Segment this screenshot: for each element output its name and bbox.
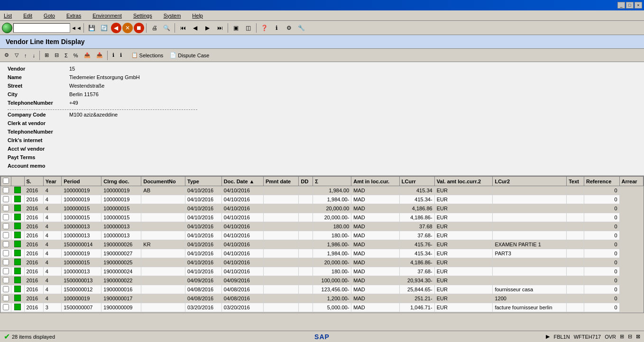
row-checkbox-cell[interactable] xyxy=(1,222,11,231)
nav-prev-icon[interactable]: ◄◄ xyxy=(71,25,82,31)
menu-environment[interactable]: Environment xyxy=(91,12,124,19)
minimize-button[interactable]: _ xyxy=(617,2,625,9)
select-all-checkbox[interactable] xyxy=(3,178,9,184)
layout2-icon[interactable]: ◫ xyxy=(243,22,254,34)
row-checkbox-cell[interactable] xyxy=(1,312,11,314)
sort-desc-icon[interactable]: ↓ xyxy=(30,50,38,61)
table-row[interactable]: 201641500000012190000001604/08/201604/08… xyxy=(1,285,644,294)
maximize-button[interactable]: □ xyxy=(626,2,634,9)
row-checkbox[interactable] xyxy=(3,214,9,220)
help-icon[interactable]: ❓ xyxy=(259,22,270,34)
import-icon[interactable]: 📥 xyxy=(94,50,105,61)
col-header-dd[interactable]: DD xyxy=(299,177,313,186)
info2-app-icon[interactable]: ℹ xyxy=(118,50,124,61)
row-checkbox-cell[interactable] xyxy=(1,285,11,294)
window-controls[interactable]: _ □ × xyxy=(617,2,642,9)
table-row[interactable]: 2016410000001310000001304/10/201604/10/2… xyxy=(1,222,644,231)
row-checkbox[interactable] xyxy=(3,205,9,211)
menu-list[interactable]: List xyxy=(2,12,14,19)
row-checkbox[interactable] xyxy=(3,295,9,301)
settings-icon[interactable]: ⚙ xyxy=(284,22,295,34)
columns-icon[interactable]: ⊞ xyxy=(42,50,51,61)
table-row[interactable]: 20164100000019190000002704/10/201604/10/… xyxy=(1,249,644,258)
menu-help[interactable]: Help xyxy=(190,12,205,19)
row-checkbox-cell[interactable] xyxy=(1,240,11,249)
col-header-lcur2[interactable]: LCur2 xyxy=(493,177,567,186)
col-header-arrear[interactable]: Arrear xyxy=(619,177,643,186)
col-header-text[interactable]: Text xyxy=(567,177,584,186)
refresh-icon[interactable]: 🔄 xyxy=(99,22,110,34)
page-first-icon[interactable]: ⏮ xyxy=(177,22,189,34)
info-icon[interactable]: ℹ xyxy=(271,22,283,34)
page-last-icon[interactable]: ⏭ xyxy=(214,22,226,34)
col-header-clrng[interactable]: Clrng doc. xyxy=(101,177,141,186)
freeze-icon[interactable]: ⊟ xyxy=(52,50,61,61)
cancel-icon[interactable]: ⏹ xyxy=(134,23,144,33)
print-icon[interactable]: 🖨 xyxy=(149,22,160,34)
col-header-checkbox[interactable] xyxy=(1,177,11,186)
col-header-reference[interactable]: Reference xyxy=(584,177,619,186)
menu-system[interactable]: System xyxy=(162,12,183,19)
row-checkbox[interactable] xyxy=(3,268,9,274)
page-prev-icon[interactable]: ◀ xyxy=(190,22,201,34)
info-app-icon[interactable]: ℹ xyxy=(110,50,117,61)
row-checkbox-cell[interactable] xyxy=(1,204,11,213)
back-icon[interactable]: ◀ xyxy=(111,23,121,33)
row-checkbox[interactable] xyxy=(3,196,9,202)
sum-icon[interactable]: Σ xyxy=(62,50,70,61)
col-header-period[interactable]: Period xyxy=(62,177,101,186)
find-icon[interactable]: 🔍 xyxy=(161,22,173,34)
row-checkbox[interactable] xyxy=(3,187,9,193)
data-table-container[interactable]: S.YearPeriodClrng doc.DocumentNoTypeDoc.… xyxy=(0,176,644,313)
col-header-year[interactable]: Year xyxy=(43,177,62,186)
col-header-lcurr[interactable]: LCurr xyxy=(399,177,434,186)
row-checkbox[interactable] xyxy=(3,313,9,314)
selections-button[interactable]: 📋 Selections xyxy=(129,50,166,61)
customize-icon[interactable]: 🔧 xyxy=(296,22,307,34)
row-checkbox[interactable] xyxy=(3,232,9,238)
table-row[interactable]: 201631500000006...03/01/201603/01/201655… xyxy=(1,312,644,314)
menu-settings[interactable]: Settings xyxy=(131,12,154,19)
export-icon[interactable]: 📤 xyxy=(82,50,93,61)
row-checkbox-cell[interactable] xyxy=(1,303,11,312)
table-row[interactable]: 20164100000013190000002404/10/201604/10/… xyxy=(1,267,644,276)
col-header-icon[interactable] xyxy=(11,177,25,186)
sort-asc-icon[interactable]: ↑ xyxy=(22,50,29,61)
exit-icon[interactable]: ✕ xyxy=(122,23,133,33)
settings-app-btn[interactable]: ⚙ xyxy=(2,50,11,61)
menu-extras[interactable]: Extras xyxy=(64,12,83,19)
row-checkbox-cell[interactable] xyxy=(1,249,11,258)
filter-icon[interactable]: ▽ xyxy=(12,50,21,61)
table-row[interactable]: 20164100000019100000019AB04/10/201604/10… xyxy=(1,186,644,195)
col-header-status[interactable]: S. xyxy=(24,177,43,186)
col-header-docdate[interactable]: Doc. Date ▲ xyxy=(221,177,263,186)
row-checkbox[interactable] xyxy=(3,286,9,292)
dispute-button[interactable]: 📄 Dispute Case xyxy=(167,50,212,61)
col-header-amt[interactable]: Amt in loc.cur. xyxy=(351,177,400,186)
command-input[interactable] xyxy=(13,23,70,33)
percent-icon[interactable]: % xyxy=(71,50,81,61)
row-checkbox-cell[interactable] xyxy=(1,213,11,222)
row-checkbox[interactable] xyxy=(3,223,9,229)
col-header-pmntdate[interactable]: Pmnt date xyxy=(264,177,299,186)
col-header-docno[interactable]: DocumentNo xyxy=(141,177,185,186)
save-icon[interactable]: 💾 xyxy=(86,22,98,34)
row-checkbox[interactable] xyxy=(3,259,9,265)
page-next-icon[interactable]: ▶ xyxy=(202,22,213,34)
table-row[interactable]: 20164100000019190000001704/08/201604/08/… xyxy=(1,294,644,303)
table-row[interactable]: 2016410000001510000001504/10/201604/10/2… xyxy=(1,213,644,222)
row-checkbox-cell[interactable] xyxy=(1,294,11,303)
row-checkbox[interactable] xyxy=(3,277,9,283)
row-checkbox-cell[interactable] xyxy=(1,195,11,204)
row-checkbox[interactable] xyxy=(3,241,9,247)
table-row[interactable]: 2016410000001510000001504/10/201604/10/2… xyxy=(1,204,644,213)
col-header-type[interactable]: Type xyxy=(185,177,222,186)
row-checkbox-cell[interactable] xyxy=(1,231,11,240)
table-row[interactable]: 201641500000013190000002204/09/201604/09… xyxy=(1,276,644,285)
row-checkbox-cell[interactable] xyxy=(1,276,11,285)
menu-edit[interactable]: Edit xyxy=(21,12,34,19)
ok-button[interactable] xyxy=(2,23,12,33)
row-checkbox[interactable] xyxy=(3,304,9,310)
close-button[interactable]: × xyxy=(635,2,642,9)
row-checkbox-cell[interactable] xyxy=(1,258,11,267)
